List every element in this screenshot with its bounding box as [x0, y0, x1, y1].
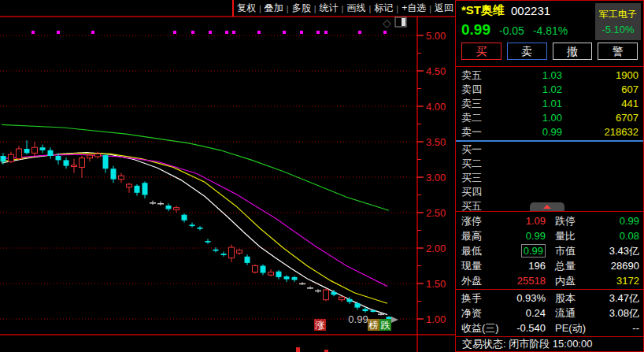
fin-row: 换手0.93%股本3.47亿	[456, 291, 643, 306]
buy-button[interactable]: 买	[461, 43, 502, 60]
chart-toolbar: 复权|叠加|多股|统计|画线|标记|+自选|返回	[234, 0, 455, 17]
bid-row[interactable]: 买二	[456, 157, 643, 171]
last-price: 0.99	[461, 21, 490, 39]
fin-value: --	[586, 321, 639, 335]
ask-price: 1.02	[496, 83, 562, 97]
stock-name: *ST奥维	[461, 3, 505, 18]
ask-row[interactable]: 卖五1.031900	[456, 69, 643, 83]
bid-label: 买四	[461, 185, 496, 199]
price-axis-label: 3.50	[426, 136, 446, 148]
toolbar-item-4[interactable]: 画线	[343, 1, 368, 16]
stat-value: 3.43亿	[576, 243, 639, 258]
ask-price: 1.03	[496, 69, 562, 83]
event-badge: 涨	[315, 320, 325, 331]
bid-label: 买三	[461, 171, 496, 185]
stat-label: 总量	[555, 258, 576, 273]
bid-volume	[562, 157, 638, 171]
fin-label: 收益(三)	[461, 321, 499, 335]
stat-row: 最高0.99量比0.08	[456, 228, 643, 243]
price-axis-label: 1.00	[426, 313, 446, 325]
bid-row[interactable]: 买一	[456, 143, 643, 157]
toolbar-item-7[interactable]: 返回	[431, 1, 457, 16]
stat-label: 市值	[555, 243, 576, 258]
fin-value: -0.540	[499, 321, 546, 335]
stats-grid: 涨停1.09跌停0.99最高0.99量比0.08最低0.99市值3.43亿现量1…	[455, 211, 644, 290]
price-axis-label: 5.00	[426, 30, 446, 42]
ask-price: 0.99	[496, 125, 562, 139]
stat-value: 3172	[576, 273, 639, 288]
ask-row[interactable]: 卖二1.006707	[456, 111, 643, 125]
stat-cell: 市值3.43亿	[550, 243, 643, 258]
ma-mid-yellow	[2, 153, 387, 303]
bid-price	[496, 157, 562, 171]
stat-value: 28690	[576, 258, 639, 273]
diamond-marker-icon[interactable]: ◇	[383, 17, 391, 28]
bid-row[interactable]: 买四	[456, 185, 643, 199]
toolbar-item-1[interactable]: 叠加	[261, 1, 287, 16]
quote-panel: *ST奥维 002231 军工电子 -5.10% 0.99 -0.05 -4.8…	[455, 0, 644, 352]
fin-label: 股本	[555, 291, 576, 306]
ask-row[interactable]: 卖四1.02607	[456, 83, 643, 97]
chart-corner-icons: ◇	[383, 17, 408, 28]
expand-book-chevron[interactable]	[530, 202, 564, 211]
stock-code: 002231	[511, 4, 550, 17]
order-book: 卖五1.031900卖四1.02607卖三1.01441卖二1.006707卖一…	[455, 66, 644, 212]
toolbar-item-6[interactable]: +自选	[398, 1, 429, 16]
fin-label: 流通	[555, 306, 576, 321]
stat-row: 最低0.99市值3.43亿	[456, 243, 643, 258]
ask-label: 卖五	[461, 69, 496, 83]
action-button-row: 买卖撤警	[456, 39, 643, 60]
sector-name: 军工电子	[599, 8, 637, 21]
stat-value: 196	[482, 258, 546, 273]
stat-value: 1.09	[482, 213, 546, 228]
fin-row: 净资0.24流通3.08亿	[456, 306, 643, 321]
book-divider	[456, 140, 643, 142]
stat-cell: 涨停1.09	[456, 213, 550, 228]
cancel-button[interactable]: 撤	[553, 43, 593, 60]
bid-price	[496, 143, 562, 157]
ask-label: 卖四	[461, 83, 496, 97]
ask-label: 卖二	[461, 111, 496, 125]
stat-value: 0.99	[576, 213, 639, 228]
bid-price	[496, 185, 562, 199]
sector-badge[interactable]: 军工电子 -5.10%	[595, 3, 641, 40]
price-axis-label: 2.00	[426, 243, 446, 254]
bid-label: 买二	[461, 157, 496, 171]
stat-value: 0.99	[482, 243, 546, 258]
bid-row[interactable]: 买三	[456, 171, 643, 185]
app-window: 5.004.504.003.503.002.502.001.501.000.99…	[0, 0, 644, 352]
price-change: -0.05	[499, 24, 524, 37]
fin-label: 净资	[461, 306, 482, 321]
fin-cell: 换手0.93%	[456, 291, 550, 306]
stat-cell: 最低0.99	[456, 243, 550, 258]
ask-label: 卖三	[461, 97, 496, 111]
stat-cell: 外盘25518	[456, 273, 550, 288]
bid-price	[496, 171, 562, 185]
chevron-up-icon	[543, 205, 551, 209]
bid-volume	[562, 185, 638, 199]
toolbar-item-0[interactable]: 复权	[234, 1, 259, 16]
panel-toggle-icon[interactable]	[394, 17, 408, 28]
bid-label: 买一	[461, 143, 496, 157]
candlestick-chart[interactable]: 5.004.504.003.503.002.502.001.501.000.99…	[0, 0, 455, 352]
toolbar-item-3[interactable]: 统计	[316, 1, 342, 16]
ask-row[interactable]: 卖一0.99218632	[456, 125, 643, 139]
alert-button[interactable]: 警	[598, 43, 638, 60]
stat-cell: 现量196	[456, 258, 550, 273]
price-axis-label: 3.00	[426, 172, 446, 183]
price-axis-label: 1.50	[426, 278, 446, 290]
price-axis-label: 4.50	[426, 65, 446, 77]
stat-label: 量比	[555, 228, 576, 243]
stat-value: 25518	[482, 273, 546, 288]
fin-cell: 流通3.08亿	[550, 306, 643, 321]
stat-cell: 最高0.99	[456, 228, 550, 243]
toolbar-item-5[interactable]: 标记	[371, 1, 396, 16]
financials-grid: 换手0.93%股本3.47亿净资0.24流通3.08亿收益(三)-0.540PE…	[455, 289, 644, 337]
fin-value: 0.93%	[482, 291, 546, 306]
fin-cell: 净资0.24	[456, 306, 550, 321]
ask-row[interactable]: 卖三1.01441	[456, 97, 643, 111]
sell-button[interactable]: 卖	[507, 43, 547, 60]
toolbar-item-2[interactable]: 多股	[289, 1, 314, 16]
fin-value: 3.08亿	[576, 306, 639, 321]
price-axis-label: 2.50	[426, 207, 446, 219]
